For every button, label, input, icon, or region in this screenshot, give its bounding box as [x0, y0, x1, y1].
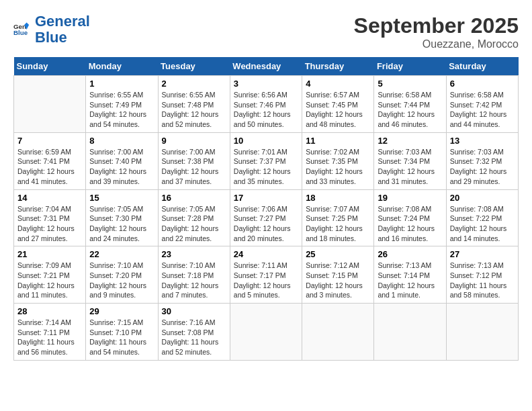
calendar-cell: 26Sunrise: 7:13 AMSunset: 7:14 PMDayligh… — [374, 246, 446, 304]
day-number: 5 — [378, 79, 442, 89]
day-info: Sunrise: 7:13 AMSunset: 7:14 PMDaylight:… — [378, 261, 442, 300]
calendar-cell: 7Sunrise: 6:59 AMSunset: 7:41 PMDaylight… — [14, 132, 86, 189]
calendar-cell: 2Sunrise: 6:55 AMSunset: 7:48 PMDaylight… — [158, 76, 230, 133]
calendar-cell: 28Sunrise: 7:14 AMSunset: 7:11 PMDayligh… — [14, 304, 86, 361]
calendar-cell: 18Sunrise: 7:07 AMSunset: 7:25 PMDayligh… — [302, 189, 374, 246]
day-number: 12 — [378, 136, 442, 146]
title-block: September 2025 Ouezzane, Morocco — [354, 13, 519, 50]
day-info: Sunrise: 7:05 AMSunset: 7:30 PMDaylight:… — [89, 204, 154, 244]
calendar-cell: 6Sunrise: 6:58 AMSunset: 7:42 PMDaylight… — [446, 76, 518, 133]
day-number: 16 — [162, 193, 226, 203]
day-number: 17 — [234, 193, 298, 203]
day-info: Sunrise: 7:03 AMSunset: 7:34 PMDaylight:… — [378, 147, 442, 187]
weekday-header-monday: Monday — [86, 57, 158, 76]
day-info: Sunrise: 7:08 AMSunset: 7:24 PMDaylight:… — [378, 204, 442, 244]
calendar-cell: 14Sunrise: 7:04 AMSunset: 7:31 PMDayligh… — [14, 189, 86, 246]
day-number: 26 — [378, 249, 442, 259]
calendar-cell: 25Sunrise: 7:12 AMSunset: 7:15 PMDayligh… — [302, 246, 374, 304]
calendar-cell — [374, 304, 446, 361]
calendar-cell: 29Sunrise: 7:15 AMSunset: 7:10 PMDayligh… — [86, 304, 158, 361]
calendar-cell: 11Sunrise: 7:02 AMSunset: 7:35 PMDayligh… — [302, 132, 374, 189]
calendar-cell: 20Sunrise: 7:08 AMSunset: 7:22 PMDayligh… — [446, 189, 518, 246]
day-info: Sunrise: 7:03 AMSunset: 7:32 PMDaylight:… — [450, 147, 515, 187]
day-info: Sunrise: 7:02 AMSunset: 7:35 PMDaylight:… — [306, 147, 370, 187]
day-info: Sunrise: 7:10 AMSunset: 7:20 PMDaylight:… — [89, 261, 154, 300]
day-number: 18 — [306, 193, 370, 203]
calendar-cell — [14, 76, 86, 133]
day-info: Sunrise: 7:00 AMSunset: 7:38 PMDaylight:… — [162, 147, 226, 187]
calendar-cell — [302, 304, 374, 361]
logo-text: General Blue — [35, 13, 90, 46]
weekday-header-thursday: Thursday — [302, 57, 374, 76]
day-number: 30 — [162, 306, 226, 316]
day-info: Sunrise: 7:08 AMSunset: 7:22 PMDaylight:… — [450, 204, 515, 244]
day-number: 13 — [450, 136, 515, 146]
day-number: 20 — [450, 193, 515, 203]
day-info: Sunrise: 7:10 AMSunset: 7:18 PMDaylight:… — [162, 261, 226, 300]
calendar-table: SundayMondayTuesdayWednesdayThursdayFrid… — [13, 57, 519, 361]
day-info: Sunrise: 7:16 AMSunset: 7:08 PMDaylight:… — [162, 318, 226, 357]
day-info: Sunrise: 6:59 AMSunset: 7:41 PMDaylight:… — [17, 147, 82, 187]
day-number: 15 — [89, 193, 154, 203]
day-number: 27 — [450, 249, 515, 259]
logo: Gen Blue General Blue — [13, 13, 90, 46]
day-info: Sunrise: 6:57 AMSunset: 7:45 PMDaylight:… — [306, 90, 370, 130]
day-info: Sunrise: 7:05 AMSunset: 7:28 PMDaylight:… — [162, 204, 226, 244]
month-title: September 2025 — [354, 13, 519, 38]
calendar-cell: 24Sunrise: 7:11 AMSunset: 7:17 PMDayligh… — [230, 246, 302, 304]
day-number: 14 — [17, 193, 82, 203]
calendar-cell: 12Sunrise: 7:03 AMSunset: 7:34 PMDayligh… — [374, 132, 446, 189]
calendar-cell: 9Sunrise: 7:00 AMSunset: 7:38 PMDaylight… — [158, 132, 230, 189]
logo-icon: Gen Blue — [13, 20, 32, 39]
day-number: 9 — [162, 136, 226, 146]
calendar-cell: 5Sunrise: 6:58 AMSunset: 7:44 PMDaylight… — [374, 76, 446, 133]
calendar-cell: 13Sunrise: 7:03 AMSunset: 7:32 PMDayligh… — [446, 132, 518, 189]
calendar-week-1: 1Sunrise: 6:55 AMSunset: 7:49 PMDaylight… — [14, 76, 519, 133]
day-number: 25 — [306, 249, 370, 259]
day-number: 22 — [89, 249, 154, 259]
day-number: 21 — [17, 249, 82, 259]
day-info: Sunrise: 7:00 AMSunset: 7:40 PMDaylight:… — [89, 147, 154, 187]
calendar-week-4: 21Sunrise: 7:09 AMSunset: 7:21 PMDayligh… — [14, 246, 519, 304]
day-number: 4 — [306, 79, 370, 89]
logo-line2: Blue — [35, 29, 67, 46]
calendar-cell: 22Sunrise: 7:10 AMSunset: 7:20 PMDayligh… — [86, 246, 158, 304]
day-number: 8 — [89, 136, 154, 146]
calendar-cell: 15Sunrise: 7:05 AMSunset: 7:30 PMDayligh… — [86, 189, 158, 246]
day-info: Sunrise: 7:11 AMSunset: 7:17 PMDaylight:… — [234, 261, 298, 300]
day-info: Sunrise: 6:58 AMSunset: 7:44 PMDaylight:… — [378, 90, 442, 130]
day-info: Sunrise: 6:58 AMSunset: 7:42 PMDaylight:… — [450, 90, 515, 130]
weekday-header-tuesday: Tuesday — [158, 57, 230, 76]
svg-text:Blue: Blue — [13, 30, 28, 37]
calendar-cell: 8Sunrise: 7:00 AMSunset: 7:40 PMDaylight… — [86, 132, 158, 189]
weekday-header-friday: Friday — [374, 57, 446, 76]
day-number: 19 — [378, 193, 442, 203]
calendar-cell: 23Sunrise: 7:10 AMSunset: 7:18 PMDayligh… — [158, 246, 230, 304]
calendar-cell — [230, 304, 302, 361]
day-info: Sunrise: 7:06 AMSunset: 7:27 PMDaylight:… — [234, 204, 298, 244]
day-info: Sunrise: 7:01 AMSunset: 7:37 PMDaylight:… — [234, 147, 298, 187]
day-info: Sunrise: 7:15 AMSunset: 7:10 PMDaylight:… — [89, 318, 154, 357]
weekday-header-sunday: Sunday — [14, 57, 86, 76]
day-info: Sunrise: 7:13 AMSunset: 7:12 PMDaylight:… — [450, 261, 515, 300]
day-info: Sunrise: 7:07 AMSunset: 7:25 PMDaylight:… — [306, 204, 370, 244]
calendar-cell: 1Sunrise: 6:55 AMSunset: 7:49 PMDaylight… — [86, 76, 158, 133]
day-info: Sunrise: 6:55 AMSunset: 7:49 PMDaylight:… — [89, 90, 154, 130]
day-info: Sunrise: 7:12 AMSunset: 7:15 PMDaylight:… — [306, 261, 370, 300]
day-info: Sunrise: 6:55 AMSunset: 7:48 PMDaylight:… — [162, 90, 226, 130]
location-subtitle: Ouezzane, Morocco — [354, 38, 519, 50]
day-number: 6 — [450, 79, 515, 89]
weekday-header-row: SundayMondayTuesdayWednesdayThursdayFrid… — [14, 57, 519, 76]
calendar-cell: 21Sunrise: 7:09 AMSunset: 7:21 PMDayligh… — [14, 246, 86, 304]
day-number: 11 — [306, 136, 370, 146]
calendar-cell: 16Sunrise: 7:05 AMSunset: 7:28 PMDayligh… — [158, 189, 230, 246]
day-info: Sunrise: 7:14 AMSunset: 7:11 PMDaylight:… — [17, 318, 82, 357]
calendar-week-3: 14Sunrise: 7:04 AMSunset: 7:31 PMDayligh… — [14, 189, 519, 246]
day-number: 10 — [234, 136, 298, 146]
day-info: Sunrise: 7:04 AMSunset: 7:31 PMDaylight:… — [17, 204, 82, 244]
calendar-cell: 4Sunrise: 6:57 AMSunset: 7:45 PMDaylight… — [302, 76, 374, 133]
calendar-cell: 27Sunrise: 7:13 AMSunset: 7:12 PMDayligh… — [446, 246, 518, 304]
day-number: 29 — [89, 306, 154, 316]
calendar-week-2: 7Sunrise: 6:59 AMSunset: 7:41 PMDaylight… — [14, 132, 519, 189]
calendar-cell: 19Sunrise: 7:08 AMSunset: 7:24 PMDayligh… — [374, 189, 446, 246]
